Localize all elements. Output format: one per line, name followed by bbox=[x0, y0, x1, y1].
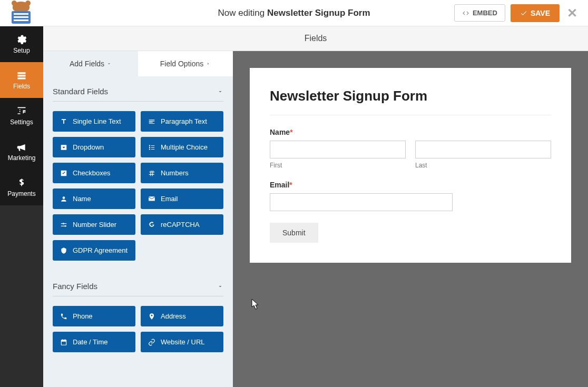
preview-area: Newsletter Signup Form Name* First bbox=[233, 51, 588, 387]
phone-icon bbox=[60, 313, 67, 320]
close-icon[interactable]: ✕ bbox=[565, 6, 580, 21]
field-checkboxes[interactable]: Checkboxes bbox=[53, 163, 135, 183]
field-numbers[interactable]: Numbers bbox=[141, 163, 223, 183]
svg-point-4 bbox=[64, 225, 66, 226]
submit-button[interactable]: Submit bbox=[270, 223, 318, 243]
left-nav: Setup Fields Settings Marketing Payments bbox=[0, 26, 43, 387]
tab-add-fields[interactable]: Add Fields bbox=[43, 51, 138, 76]
field-number-slider[interactable]: Number Slider bbox=[53, 214, 135, 235]
required-marker: * bbox=[289, 181, 292, 189]
field-name[interactable]: Name bbox=[53, 188, 135, 209]
field-email[interactable]: Email bbox=[141, 188, 223, 209]
check-icon bbox=[520, 9, 527, 17]
nav-fields[interactable]: Fields bbox=[0, 62, 43, 98]
form-preview[interactable]: Newsletter Signup Form Name* First bbox=[250, 68, 571, 263]
first-name-input[interactable] bbox=[270, 141, 406, 158]
group-standard-fields[interactable]: Standard Fields bbox=[53, 76, 223, 102]
field-phone[interactable]: Phone bbox=[53, 306, 135, 326]
dropdown-icon bbox=[60, 144, 67, 151]
sliders-icon bbox=[60, 221, 67, 229]
chevron-down-icon bbox=[217, 283, 223, 290]
field-dropdown[interactable]: Dropdown bbox=[53, 137, 135, 157]
chevron-down-icon bbox=[217, 88, 223, 95]
form-title: Newsletter Signup Form bbox=[270, 88, 551, 115]
name-label: Name* bbox=[270, 128, 551, 136]
svg-point-3 bbox=[63, 223, 64, 224]
required-marker: * bbox=[290, 128, 292, 136]
nav-marketing[interactable]: Marketing bbox=[0, 134, 43, 170]
envelope-icon bbox=[148, 195, 155, 203]
hash-icon bbox=[148, 170, 155, 177]
field-datetime[interactable]: Date / Time bbox=[53, 332, 135, 352]
section-header: Fields bbox=[43, 26, 588, 51]
chevron-right-icon bbox=[205, 61, 211, 66]
code-icon bbox=[462, 9, 469, 17]
link-icon bbox=[148, 339, 155, 346]
bullhorn-icon bbox=[16, 142, 27, 152]
last-name-input[interactable] bbox=[415, 141, 551, 158]
field-paragraph-text[interactable]: Paragraph Text bbox=[141, 111, 223, 132]
app-logo[interactable] bbox=[8, 1, 34, 26]
group-fancy-fields[interactable]: Fancy Fields bbox=[53, 271, 223, 296]
nav-settings[interactable]: Settings bbox=[0, 98, 43, 134]
svg-point-0 bbox=[149, 145, 150, 146]
tab-field-options[interactable]: Field Options bbox=[138, 51, 233, 76]
field-address[interactable]: Address bbox=[141, 306, 223, 326]
sliders-icon bbox=[16, 106, 27, 116]
fields-panel: Add Fields Field Options Standard Fields bbox=[43, 51, 233, 387]
email-input[interactable] bbox=[270, 193, 453, 211]
check-square-icon bbox=[60, 170, 67, 177]
field-website[interactable]: Website / URL bbox=[141, 332, 223, 352]
field-recaptcha[interactable]: reCAPTCHA bbox=[141, 214, 223, 235]
save-button[interactable]: SAVE bbox=[511, 4, 560, 22]
gear-icon bbox=[16, 34, 27, 45]
field-multiple-choice[interactable]: Multiple Choice bbox=[141, 137, 223, 157]
chevron-down-icon bbox=[106, 61, 112, 66]
list-icon bbox=[16, 70, 27, 81]
google-icon bbox=[148, 221, 155, 229]
first-sublabel: First bbox=[270, 162, 406, 169]
editing-title: Now editing Newsletter Signup Form bbox=[218, 8, 370, 18]
svg-point-1 bbox=[149, 146, 150, 147]
calendar-icon bbox=[60, 339, 67, 346]
email-label: Email* bbox=[270, 181, 551, 189]
user-icon bbox=[60, 195, 67, 203]
paragraph-icon bbox=[148, 118, 155, 125]
nav-payments[interactable]: Payments bbox=[0, 170, 43, 205]
map-pin-icon bbox=[148, 313, 155, 320]
list-ul-icon bbox=[148, 144, 155, 151]
nav-setup[interactable]: Setup bbox=[0, 26, 43, 62]
field-gdpr[interactable]: GDPR Agreement bbox=[53, 240, 135, 261]
svg-point-2 bbox=[149, 148, 150, 150]
shield-icon bbox=[60, 247, 67, 254]
embed-button[interactable]: EMBED bbox=[454, 4, 505, 22]
text-icon bbox=[60, 118, 67, 125]
last-sublabel: Last bbox=[415, 162, 551, 169]
field-single-line-text[interactable]: Single Line Text bbox=[53, 111, 135, 132]
top-bar: Now editing Newsletter Signup Form EMBED… bbox=[0, 0, 588, 26]
dollar-icon bbox=[16, 177, 27, 188]
